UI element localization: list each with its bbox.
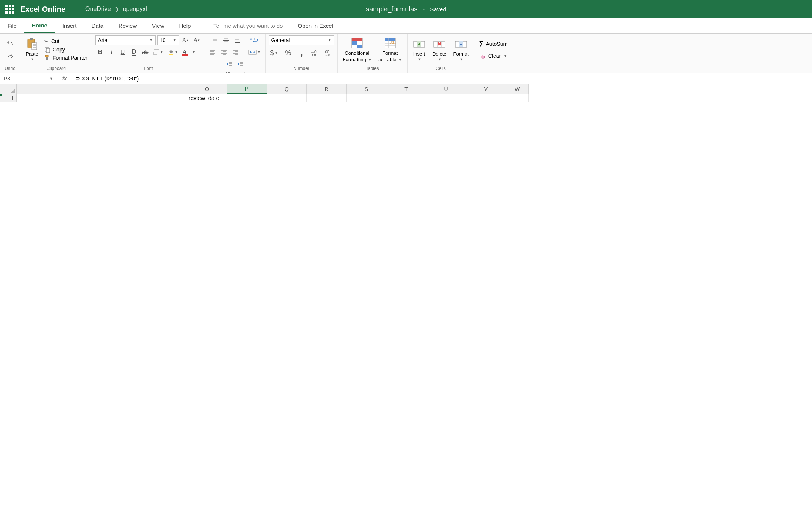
shrink-font-button[interactable]: A▾: [192, 35, 201, 45]
row-header[interactable]: 1: [0, 94, 17, 102]
font-size-select[interactable]: 10▼: [157, 35, 179, 45]
underline-button[interactable]: U: [118, 47, 128, 57]
align-bottom-button[interactable]: [232, 35, 242, 45]
chevron-down-icon: ▼: [50, 77, 53, 80]
format-as-table-button[interactable]: AZ↓ Format as Table ▼: [376, 36, 404, 63]
cell[interactable]: [307, 94, 347, 102]
tell-me-search[interactable]: Tell me what you want to do: [213, 18, 283, 33]
decrease-indent-button[interactable]: [224, 59, 234, 69]
redo-button[interactable]: [5, 51, 15, 61]
group-label-undo: Undo: [0, 65, 20, 73]
cell[interactable]: [267, 94, 307, 102]
chevron-down-icon: ▼: [398, 58, 402, 62]
column-header[interactable]: R: [307, 84, 347, 94]
align-middle-button[interactable]: [221, 35, 231, 45]
wrap-text-button[interactable]: ab: [249, 35, 260, 45]
increase-indent-button[interactable]: [236, 59, 245, 69]
name-box[interactable]: P3 ▼: [0, 73, 57, 84]
column-header[interactable]: S: [347, 84, 386, 94]
column-header[interactable]: [17, 84, 187, 94]
column-header[interactable]: T: [386, 84, 426, 94]
eraser-icon: [479, 53, 486, 59]
chevron-right-icon: ❯: [115, 6, 119, 12]
fx-icon[interactable]: fx: [57, 73, 72, 84]
accounting-format-button[interactable]: $▼: [269, 48, 280, 58]
menu-bar: FileHomeInsertDataReviewViewHelp Tell me…: [0, 18, 812, 34]
chevron-down-icon: ▼: [504, 54, 507, 58]
document-title[interactable]: sample_formulas: [366, 5, 417, 13]
cell[interactable]: [426, 94, 466, 102]
conditional-formatting-button[interactable]: Conditional Formatting ▼: [341, 36, 374, 63]
number-format-select[interactable]: General▼: [269, 35, 334, 45]
cell[interactable]: [466, 94, 506, 102]
fill-color-button[interactable]: ▼: [167, 47, 180, 57]
scissors-icon: ✂: [44, 38, 49, 44]
clear-button[interactable]: Clear▼: [478, 52, 509, 60]
align-center-button[interactable]: [219, 47, 229, 57]
align-left-button[interactable]: [208, 47, 218, 57]
cut-button[interactable]: ✂Cut: [43, 38, 89, 45]
menu-item-help[interactable]: Help: [172, 18, 198, 33]
autosum-button[interactable]: ∑AutoSum: [477, 39, 509, 48]
breadcrumb-item[interactable]: openpyxl: [123, 6, 147, 12]
cell[interactable]: [386, 94, 426, 102]
column-header[interactable]: W: [506, 84, 529, 94]
chevron-down-icon: ▼: [175, 50, 178, 54]
column-header[interactable]: Q: [267, 84, 307, 94]
chevron-down-icon: ▼: [368, 58, 371, 62]
svg-rect-48: [357, 45, 362, 48]
column-header[interactable]: V: [466, 84, 506, 94]
paste-button[interactable]: Paste ▼: [23, 37, 41, 62]
cell[interactable]: [506, 94, 529, 102]
select-all-corner[interactable]: [0, 84, 17, 94]
percent-format-button[interactable]: %: [283, 48, 293, 58]
cell[interactable]: [227, 94, 267, 102]
merge-cells-button[interactable]: ▼: [247, 47, 262, 57]
insert-cells-button[interactable]: Insert▼: [411, 37, 428, 62]
chevron-down-icon: ▼: [173, 38, 176, 42]
insert-cells-icon: [413, 38, 426, 50]
double-underline-button[interactable]: D: [129, 47, 139, 57]
menu-item-file[interactable]: File: [0, 18, 24, 33]
comma-format-button[interactable]: ,: [297, 48, 306, 58]
italic-button[interactable]: I: [107, 47, 117, 57]
divider: [80, 4, 80, 14]
format-cells-button[interactable]: Format▼: [451, 37, 471, 62]
menu-item-home[interactable]: Home: [24, 18, 55, 33]
app-launcher-icon[interactable]: [5, 5, 14, 14]
svg-rect-47: [352, 41, 357, 45]
open-in-excel-button[interactable]: Open in Excel: [298, 18, 333, 33]
table-icon: AZ↓: [384, 37, 397, 50]
delete-cells-button[interactable]: Delete▼: [430, 37, 449, 62]
menu-item-data[interactable]: Data: [84, 18, 111, 33]
copy-button[interactable]: Copy: [43, 46, 89, 53]
bold-button[interactable]: B: [95, 47, 105, 57]
undo-button[interactable]: [5, 38, 15, 48]
breadcrumb-item[interactable]: OneDrive: [85, 6, 111, 12]
menu-item-view[interactable]: View: [144, 18, 171, 33]
decrease-decimal-button[interactable]: .00→0: [324, 48, 333, 58]
cell[interactable]: [347, 94, 386, 102]
delete-cells-icon: [433, 38, 446, 50]
column-header[interactable]: U: [426, 84, 466, 94]
align-right-button[interactable]: [230, 47, 240, 57]
font-color-button[interactable]: A▼: [181, 47, 197, 57]
svg-text:ab: ab: [250, 37, 255, 41]
menu-item-review[interactable]: Review: [111, 18, 144, 33]
cell[interactable]: review_date: [187, 94, 227, 102]
format-painter-button[interactable]: Format Painter: [43, 54, 89, 62]
chevron-down-icon: ▼: [438, 57, 441, 61]
column-header[interactable]: O: [187, 84, 227, 94]
align-top-button[interactable]: [210, 35, 220, 45]
font-name-select[interactable]: Arial▼: [95, 35, 156, 45]
grow-font-button[interactable]: A▴: [180, 35, 190, 45]
formula-input[interactable]: [72, 73, 812, 84]
column-header[interactable]: P: [227, 84, 267, 94]
borders-button[interactable]: ▼: [152, 47, 165, 57]
menu-item-insert[interactable]: Insert: [55, 18, 84, 33]
strikethrough-button[interactable]: ab: [141, 47, 150, 57]
cell[interactable]: [17, 94, 187, 102]
group-label-tables: Tables: [338, 65, 407, 73]
increase-decimal-button[interactable]: ←0.00: [310, 48, 320, 58]
sigma-icon: ∑: [479, 40, 484, 48]
